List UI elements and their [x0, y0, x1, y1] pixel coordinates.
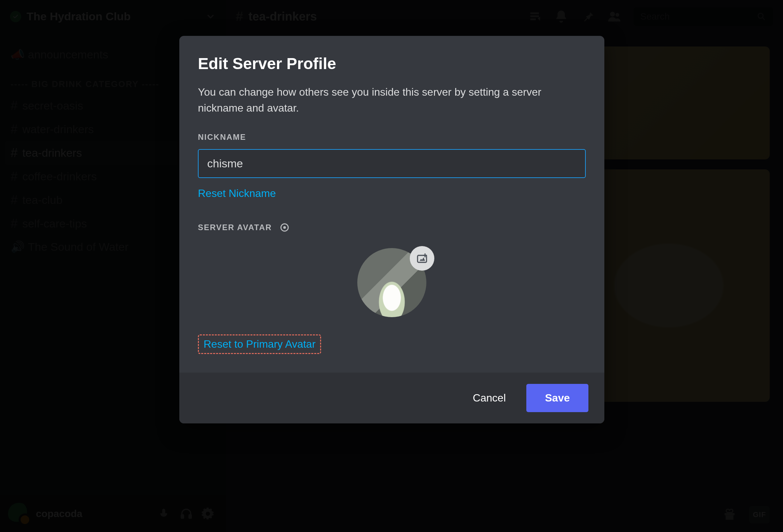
nickname-label: Nickname — [198, 132, 586, 142]
reset-avatar-link[interactable]: Reset to Primary Avatar — [198, 335, 321, 354]
reset-nickname-link[interactable]: Reset Nickname — [198, 187, 276, 199]
server-avatar-label-text: Server Avatar — [198, 223, 272, 232]
server-avatar-label: Server Avatar — [198, 223, 586, 232]
nitro-icon — [277, 223, 290, 232]
svg-point-8 — [283, 226, 286, 229]
save-button[interactable]: Save — [526, 384, 588, 412]
upload-avatar-button[interactable] — [410, 246, 434, 271]
cancel-button[interactable]: Cancel — [465, 386, 514, 409]
edit-server-profile-modal: Edit Server Profile You can change how o… — [179, 36, 604, 424]
nickname-input[interactable] — [198, 149, 586, 178]
modal-footer: Cancel Save — [179, 373, 604, 424]
modal-title: Edit Server Profile — [198, 55, 586, 73]
modal-description: You can change how others see you inside… — [198, 84, 570, 116]
